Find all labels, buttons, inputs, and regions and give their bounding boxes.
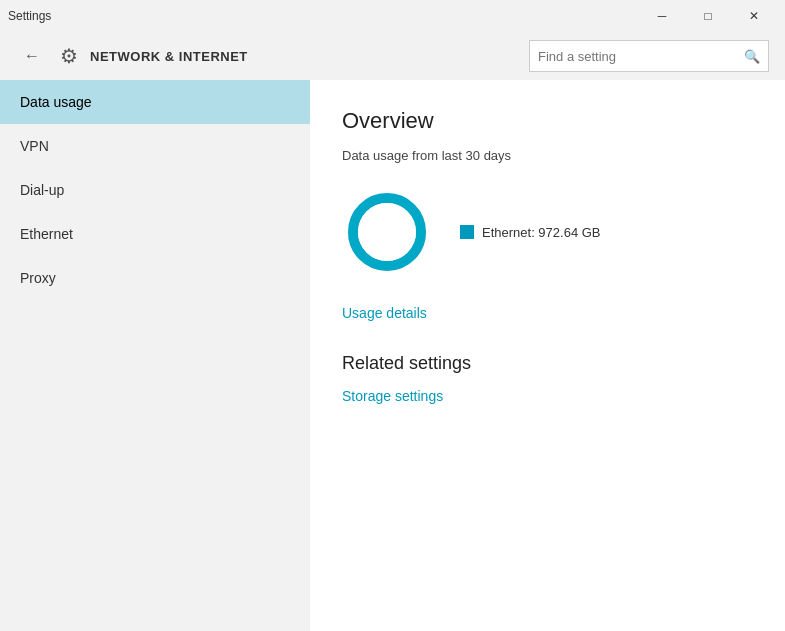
search-icon: 🔍 [736, 40, 768, 72]
sidebar-item-ethernet[interactable]: Ethernet [0, 212, 310, 256]
maximize-button[interactable]: □ [685, 0, 731, 32]
sidebar-item-label: Proxy [20, 270, 56, 286]
data-usage-label: Data usage from last 30 days [342, 148, 753, 163]
legend: Ethernet: 972.64 GB [460, 225, 601, 240]
content-area: Overview Data usage from last 30 days Et… [310, 80, 785, 631]
sidebar-item-dial-up[interactable]: Dial-up [0, 168, 310, 212]
close-button[interactable]: ✕ [731, 0, 777, 32]
search-box[interactable]: 🔍 [529, 40, 769, 72]
sidebar-item-data-usage[interactable]: Data usage [0, 80, 310, 124]
title-bar-controls: ─ □ ✕ [639, 0, 777, 32]
svg-point-2 [358, 203, 416, 261]
title-bar-left: Settings [8, 9, 51, 23]
sidebar-item-label: VPN [20, 138, 49, 154]
sidebar-item-label: Dial-up [20, 182, 64, 198]
sidebar-item-label: Ethernet [20, 226, 73, 242]
back-icon: ← [24, 47, 40, 65]
search-input[interactable] [530, 49, 736, 64]
sidebar-item-proxy[interactable]: Proxy [0, 256, 310, 300]
main-container: Data usage VPN Dial-up Ethernet Proxy Ov… [0, 80, 785, 631]
minimize-button[interactable]: ─ [639, 0, 685, 32]
title-bar: Settings ─ □ ✕ [0, 0, 785, 32]
usage-details-link[interactable]: Usage details [342, 305, 427, 321]
header-left: ← ⚙ NETWORK & INTERNET [16, 40, 248, 72]
sidebar-item-vpn[interactable]: VPN [0, 124, 310, 168]
storage-settings-link[interactable]: Storage settings [342, 388, 443, 404]
donut-chart [342, 187, 432, 277]
page-title: NETWORK & INTERNET [90, 49, 248, 64]
overview-title: Overview [342, 108, 753, 134]
related-settings-title: Related settings [342, 353, 753, 374]
legend-color-dot [460, 225, 474, 239]
chart-section: Ethernet: 972.64 GB [342, 187, 753, 277]
window-title: Settings [8, 9, 51, 23]
sidebar: Data usage VPN Dial-up Ethernet Proxy [0, 80, 310, 631]
gear-icon: ⚙ [60, 44, 78, 68]
legend-label: Ethernet: 972.64 GB [482, 225, 601, 240]
donut-svg [342, 187, 432, 277]
sidebar-item-label: Data usage [20, 94, 92, 110]
back-button[interactable]: ← [16, 40, 48, 72]
header: ← ⚙ NETWORK & INTERNET 🔍 [0, 32, 785, 80]
